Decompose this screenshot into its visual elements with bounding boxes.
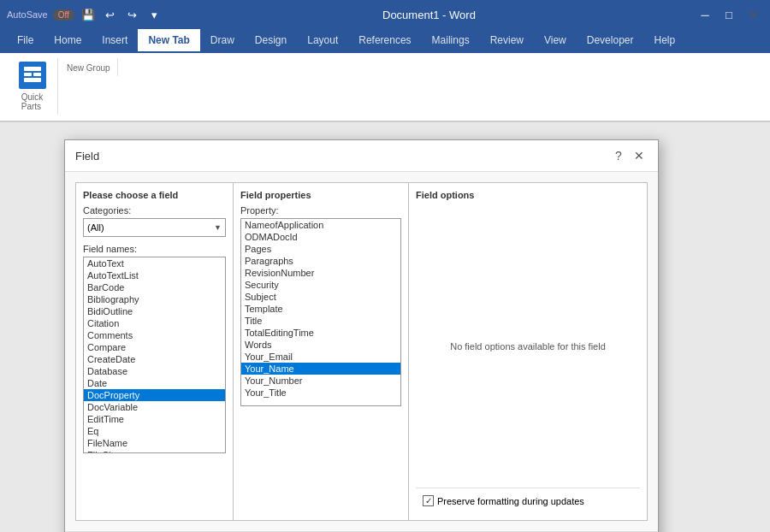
categories-arrow: ▼ <box>214 223 222 232</box>
list-item[interactable]: Words <box>241 339 400 351</box>
save-icon[interactable]: 💾 <box>80 6 97 23</box>
list-item[interactable]: NameofApplication <box>241 219 400 231</box>
ribbon-group-newgroup: New Group <box>60 58 118 76</box>
svg-rect-2 <box>33 73 41 76</box>
ribbon-tab-references[interactable]: References <box>348 29 421 53</box>
list-item[interactable]: DocVariable <box>84 401 225 413</box>
list-item[interactable]: Paragraphs <box>241 255 400 267</box>
list-item[interactable]: FileName <box>84 437 225 449</box>
categories-label: Categories: <box>83 205 226 216</box>
field-dialog: Field ? ✕ Please choose a field Categori… <box>64 139 659 532</box>
dialog-controls: ? ✕ <box>610 147 648 164</box>
autosave-label: AutoSave <box>7 9 48 20</box>
list-item[interactable]: Your_Number <box>241 375 400 387</box>
ribbon-tab-review[interactable]: Review <box>480 29 534 53</box>
list-item[interactable]: TotalEditingTime <box>241 327 400 339</box>
list-item[interactable]: AutoTextList <box>84 269 225 281</box>
dialog-help-button[interactable]: ? <box>610 147 627 164</box>
quickparts-icon[interactable] <box>19 62 46 89</box>
list-item[interactable]: CreateDate <box>84 353 225 365</box>
list-item[interactable]: Title <box>241 315 400 327</box>
svg-rect-1 <box>24 73 32 76</box>
svg-rect-0 <box>24 67 41 71</box>
list-item[interactable]: Database <box>84 365 225 377</box>
left-panel: Please choose a field Categories: (All) … <box>75 182 234 521</box>
list-item[interactable]: ODMADocId <box>241 231 400 243</box>
preserve-checkbox[interactable] <box>423 495 434 506</box>
ribbon-tab-file[interactable]: File <box>7 29 44 53</box>
undo-icon[interactable]: ↩ <box>102 6 119 23</box>
categories-select[interactable]: (All) ▼ <box>83 218 226 237</box>
ribbon-tab-home[interactable]: Home <box>44 29 92 53</box>
fieldnames-label: Field names: <box>83 244 226 254</box>
property-label: Property: <box>240 205 401 216</box>
ribbon-tabs: FileHomeInsertNew TabDrawDesignLayoutRef… <box>0 29 770 53</box>
list-item[interactable]: Date <box>84 377 225 389</box>
title-bar: AutoSave Off 💾 ↩ ↪ ▾ Document1 - Word ─ … <box>0 0 770 29</box>
list-item[interactable]: Template <box>241 303 400 315</box>
title-bar-right: ─ □ ✕ <box>695 4 763 25</box>
ribbon-tab-new-tab[interactable]: New Tab <box>138 29 199 53</box>
preserve-label: Preserve formatting during updates <box>437 496 584 506</box>
list-item[interactable]: Compare <box>84 341 225 353</box>
autosave-toggle[interactable]: Off <box>53 9 74 21</box>
dialog-body: Please choose a field Categories: (All) … <box>65 172 658 531</box>
list-item[interactable]: Pages <box>241 243 400 255</box>
list-item[interactable]: FileSize <box>84 449 225 453</box>
ribbon-content: QuickParts New Group <box>0 53 770 121</box>
dialog-titlebar: Field ? ✕ <box>65 140 658 172</box>
field-names-list[interactable]: AutoTextAutoTextListBarCodeBibliographyB… <box>83 257 226 453</box>
restore-button[interactable]: □ <box>719 4 739 25</box>
ribbon-tab-view[interactable]: View <box>534 29 577 53</box>
minimize-button[interactable]: ─ <box>695 4 715 25</box>
list-item[interactable]: Your_Email <box>241 351 400 363</box>
left-panel-title: Please choose a field <box>83 190 226 200</box>
ribbon-tab-draw[interactable]: Draw <box>200 29 245 53</box>
list-item[interactable]: DocProperty <box>84 389 225 401</box>
list-item[interactable]: RevisionNumber <box>241 267 400 279</box>
list-item[interactable]: AutoText <box>84 257 225 269</box>
customize-icon[interactable]: ▾ <box>146 6 163 23</box>
list-item[interactable]: Bibliography <box>84 293 225 305</box>
properties-list[interactable]: NameofApplicationODMADocIdPagesParagraph… <box>240 218 401 406</box>
preserve-formatting-row: Preserve formatting during updates <box>416 488 640 513</box>
ribbon-tab-developer[interactable]: Developer <box>577 29 644 53</box>
window-close-button[interactable]: ✕ <box>743 4 763 25</box>
ribbon: FileHomeInsertNew TabDrawDesignLayoutRef… <box>0 29 770 122</box>
app-area: Field ? ✕ Please choose a field Categori… <box>0 122 770 532</box>
list-item[interactable]: Comments <box>84 329 225 341</box>
ribbon-group-quickparts: QuickParts <box>7 58 58 115</box>
document-title: Document1 - Word <box>382 9 476 21</box>
right-panel: Field options No field options available… <box>409 182 648 521</box>
categories-value: (All) <box>87 222 104 233</box>
ribbon-tab-help[interactable]: Help <box>643 29 685 53</box>
quickparts-label: QuickParts <box>21 91 44 111</box>
list-item[interactable]: BarCode <box>84 281 225 293</box>
list-item[interactable]: Subject <box>241 291 400 303</box>
ribbon-tab-layout[interactable]: Layout <box>297 29 348 53</box>
title-bar-left: AutoSave Off 💾 ↩ ↪ ▾ <box>7 6 163 23</box>
no-options-text: No field options available for this fiel… <box>450 341 606 352</box>
mid-panel: Field properties Property: NameofApplica… <box>234 182 409 521</box>
newgroup-label: New Group <box>67 62 110 73</box>
list-item[interactable]: BidiOutline <box>84 305 225 317</box>
ribbon-tab-insert[interactable]: Insert <box>92 29 138 53</box>
list-item[interactable]: EditTime <box>84 413 225 425</box>
list-item[interactable]: Your_Title <box>241 387 400 399</box>
list-item[interactable]: Security <box>241 279 400 291</box>
right-panel-title: Field options <box>416 190 640 200</box>
redo-icon[interactable]: ↪ <box>124 6 141 23</box>
list-item[interactable]: Your_Name <box>241 363 400 375</box>
dialog-title: Field <box>75 150 99 163</box>
ribbon-tab-mailings[interactable]: Mailings <box>422 29 480 53</box>
ribbon-tab-design[interactable]: Design <box>245 29 297 53</box>
svg-rect-3 <box>24 78 41 82</box>
mid-panel-title: Field properties <box>240 190 401 200</box>
list-item[interactable]: Eq <box>84 425 225 437</box>
dialog-close-button[interactable]: ✕ <box>631 147 648 164</box>
list-item[interactable]: Citation <box>84 317 225 329</box>
